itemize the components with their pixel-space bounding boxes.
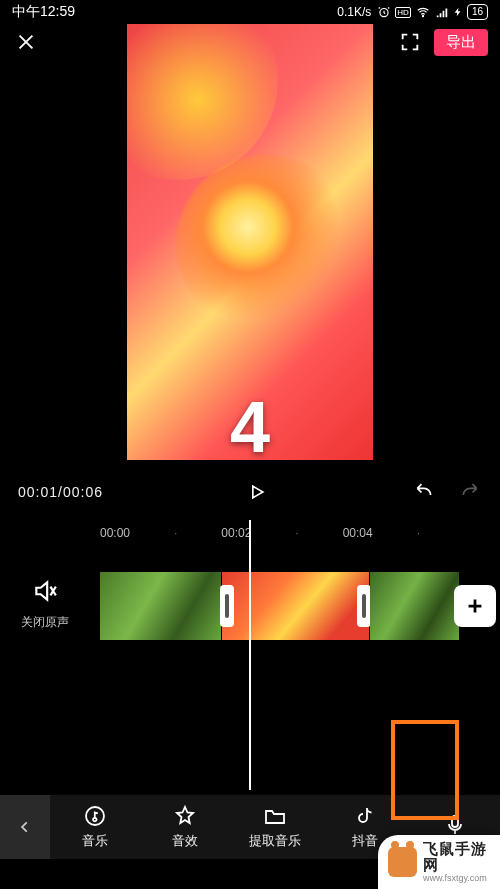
tool-label: 音效 xyxy=(172,832,198,850)
battery-level: 16 xyxy=(467,4,488,20)
clip-selected[interactable] xyxy=(222,572,370,640)
tool-effects[interactable]: 音效 xyxy=(140,795,230,859)
alarm-icon xyxy=(377,5,391,19)
tool-label: 提取音乐 xyxy=(249,832,301,850)
ruler-dot: · xyxy=(295,526,298,540)
signal-icon xyxy=(435,5,449,19)
ruler-dot: · xyxy=(174,526,177,540)
watermark-mascot-icon xyxy=(388,847,417,877)
mute-label: 关闭原声 xyxy=(21,614,69,631)
preview-area: 4 xyxy=(0,24,500,460)
time-total: 00:06 xyxy=(63,484,103,500)
clip[interactable] xyxy=(100,572,222,640)
site-watermark: 飞鼠手游网 www.fsxtgy.com xyxy=(378,835,500,889)
top-bar: 导出 xyxy=(0,24,500,60)
tool-label: 抖音 xyxy=(352,832,378,850)
time-current: 00:01 xyxy=(18,484,58,500)
mute-original-audio[interactable]: 关闭原声 xyxy=(0,556,90,631)
ruler-tick: 00:02 xyxy=(221,526,251,540)
svg-point-0 xyxy=(380,9,388,17)
svg-rect-3 xyxy=(452,816,458,827)
playhead[interactable] xyxy=(249,520,251,790)
undo-button[interactable] xyxy=(412,480,436,504)
clip-handle-right[interactable] xyxy=(357,585,371,627)
folder-icon xyxy=(263,804,287,828)
status-bar: 中午12:59 0.1K/s HD 16 xyxy=(0,0,500,24)
watermark-title: 飞鼠手游网 xyxy=(423,841,500,874)
ruler-dot: · xyxy=(417,526,420,540)
clip[interactable] xyxy=(370,572,460,640)
network-speed: 0.1K/s xyxy=(337,5,371,19)
playback-row: 00:01/00:06 xyxy=(0,470,500,514)
add-clip-button[interactable] xyxy=(454,585,496,627)
hd-icon: HD xyxy=(395,7,411,18)
export-button[interactable]: 导出 xyxy=(434,29,488,56)
watermark-url: www.fsxtgy.com xyxy=(423,874,500,884)
ruler-tick: 00:04 xyxy=(343,526,373,540)
status-right: 0.1K/s HD 16 xyxy=(337,4,488,20)
play-button[interactable] xyxy=(243,478,271,506)
clip-track[interactable] xyxy=(100,572,500,640)
toolbar-back-button[interactable] xyxy=(0,795,50,859)
microphone-icon xyxy=(443,813,467,837)
svg-point-1 xyxy=(422,16,423,17)
tool-extract-music[interactable]: 提取音乐 xyxy=(230,795,320,859)
douyin-icon xyxy=(353,804,377,828)
redo-button[interactable] xyxy=(458,480,482,504)
preview-frame[interactable]: 4 xyxy=(127,24,373,460)
countdown-number: 4 xyxy=(230,386,270,460)
charge-icon xyxy=(453,5,463,19)
ruler-tick: 00:00 xyxy=(100,526,130,540)
wifi-icon xyxy=(415,5,431,19)
mute-icon xyxy=(32,578,58,608)
fullscreen-button[interactable] xyxy=(396,28,424,56)
tool-label: 音乐 xyxy=(82,832,108,850)
status-time: 中午12:59 xyxy=(12,3,75,21)
close-button[interactable] xyxy=(12,28,40,56)
time-display: 00:01/00:06 xyxy=(18,484,103,500)
music-note-icon xyxy=(83,804,107,828)
svg-point-2 xyxy=(86,807,104,825)
tool-music[interactable]: 音乐 xyxy=(50,795,140,859)
star-icon xyxy=(173,804,197,828)
